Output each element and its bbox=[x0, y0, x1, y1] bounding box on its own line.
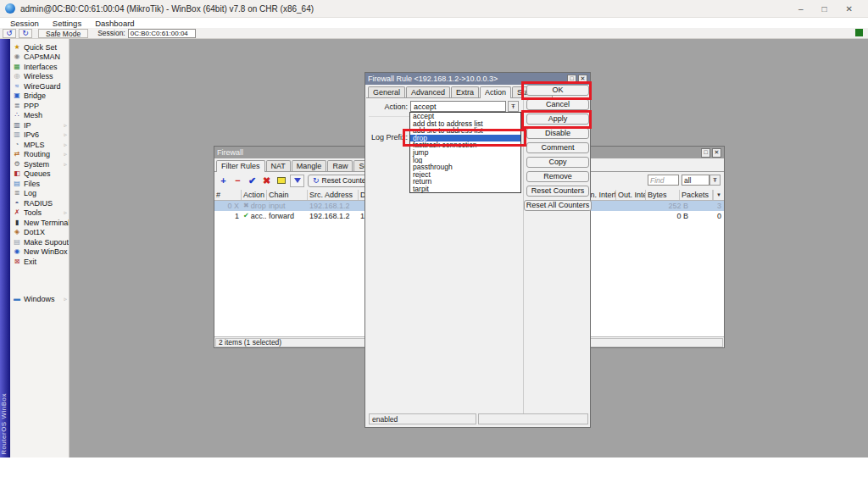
dropdown-option[interactable]: accept bbox=[410, 113, 520, 120]
sidebar-item-windows[interactable]: ▬ Windows ▹ bbox=[10, 295, 69, 305]
column-options-icon[interactable]: ▼ bbox=[713, 190, 724, 200]
sidebar-item[interactable]: ≣ Log bbox=[10, 189, 69, 199]
dropdown-option[interactable]: passthrough bbox=[410, 164, 520, 171]
sidebar-item[interactable]: ∴ Mesh bbox=[10, 111, 69, 121]
dropdown-option[interactable]: return bbox=[410, 178, 520, 186]
sidebar-item[interactable]: ◈ Dot1X bbox=[10, 228, 69, 238]
sidebar-item-icon: ▦ bbox=[13, 63, 21, 71]
dialog-button[interactable]: Comment bbox=[526, 142, 589, 153]
maximize-icon[interactable]: □ bbox=[701, 148, 710, 158]
column-header-packets[interactable]: Packets bbox=[680, 190, 713, 200]
filter-scope-select[interactable]: all bbox=[682, 175, 709, 186]
action-dropdown-icon[interactable]: Ŧ bbox=[508, 101, 519, 112]
dialog-button[interactable]: Apply bbox=[526, 114, 589, 125]
sidebar-item[interactable]: ▦ Interfaces bbox=[10, 62, 69, 72]
dialog-tab[interactable]: Extra bbox=[451, 86, 479, 97]
sidebar-item[interactable]: ◓ RADIUS bbox=[10, 198, 69, 208]
dialog-button[interactable]: OK bbox=[526, 85, 589, 96]
column-header-chain[interactable]: Chain bbox=[267, 190, 308, 200]
filter-scope-dropdown-icon[interactable]: Ŧ bbox=[709, 175, 721, 186]
comment-icon[interactable] bbox=[275, 175, 287, 186]
firewall-tab[interactable]: Filter Rules bbox=[216, 160, 265, 172]
disable-rule-button[interactable]: ✖ bbox=[261, 175, 272, 186]
minimize-button[interactable]: – bbox=[798, 4, 804, 14]
sidebar-item-label: IPv6 bbox=[24, 130, 39, 139]
dropdown-option[interactable]: add dst to address list bbox=[410, 120, 520, 128]
sidebar-item[interactable]: ▤ Make Supout.rif bbox=[10, 237, 69, 247]
screen: admin@0C:B0:C0:61:00:04 (MikroTik) - Win… bbox=[0, 0, 868, 488]
firewall-tab[interactable]: NAT bbox=[266, 160, 291, 171]
session-input[interactable]: 0C:B0:C0:61:00:04 bbox=[128, 29, 196, 38]
sidebar-item-label: Queues bbox=[24, 169, 51, 178]
close-icon[interactable]: ✕ bbox=[712, 148, 721, 158]
dialog-button[interactable]: Disable bbox=[526, 128, 589, 139]
sidebar-item-label: Interfaces bbox=[24, 63, 58, 71]
undo-icon[interactable]: ↺ bbox=[3, 29, 16, 38]
sidebar-item[interactable]: ◎ Wireless bbox=[10, 72, 69, 82]
close-button[interactable]: ✕ bbox=[846, 4, 853, 14]
menubar: SessionSettingsDashboard bbox=[0, 18, 868, 28]
column-header-bytes[interactable]: Bytes bbox=[646, 190, 680, 200]
sidebar-item[interactable]: ◔ MPLS ▹ bbox=[10, 140, 69, 150]
sidebar-item[interactable]: ≈ WireGuard bbox=[10, 81, 69, 92]
sidebar-item[interactable]: ★ Quick Set bbox=[10, 42, 69, 53]
sidebar-item[interactable]: ✗ Tools ▹ bbox=[10, 208, 69, 219]
dialog-button[interactable]: Remove bbox=[526, 171, 589, 182]
firewall-tab[interactable]: Mangle bbox=[292, 160, 327, 171]
sidebar-item[interactable]: ⊠ Exit bbox=[10, 257, 69, 267]
sidebar-item[interactable]: ▤ Files bbox=[10, 179, 69, 189]
sidebar-item[interactable]: ▥ IPv6 ▹ bbox=[10, 130, 69, 141]
firewall-tab[interactable]: Raw bbox=[327, 160, 353, 171]
close-icon[interactable]: ✕ bbox=[578, 75, 587, 84]
brand-stripe: RouterOS WinBox bbox=[0, 39, 10, 458]
restore-button[interactable]: □ bbox=[822, 4, 827, 14]
sidebar-item[interactable]: ▥ IP ▹ bbox=[10, 120, 69, 130]
menu-item[interactable]: Session bbox=[3, 19, 46, 28]
dropdown-option[interactable]: fasttrack connection bbox=[410, 141, 520, 149]
dropdown-option[interactable]: add src to address list bbox=[410, 127, 520, 135]
sidebar-item-label: New WinBox bbox=[24, 247, 68, 256]
sidebar-item[interactable]: ▣ Bridge bbox=[10, 92, 69, 102]
find-input[interactable] bbox=[648, 175, 679, 186]
divider bbox=[523, 99, 524, 413]
dialog-button[interactable]: Reset All Counters bbox=[524, 200, 592, 211]
dropdown-option[interactable]: tarpit bbox=[410, 186, 520, 193]
accept-action-icon: ✔ bbox=[243, 213, 249, 219]
sidebar-item[interactable]: ◉ CAPsMAN bbox=[10, 53, 69, 63]
dropdown-option[interactable]: log bbox=[410, 157, 520, 164]
menu-item[interactable]: Settings bbox=[46, 19, 88, 28]
rule-bytes: 0 B bbox=[657, 211, 691, 221]
add-rule-button[interactable]: + bbox=[218, 175, 229, 186]
redo-icon[interactable]: ↻ bbox=[19, 29, 32, 38]
dialog-titlebar[interactable]: Firewall Rule <192.168.1.2->10.0.0.3> □ … bbox=[365, 73, 590, 85]
dropdown-option[interactable]: jump bbox=[410, 149, 520, 157]
dialog-button[interactable]: Cancel bbox=[526, 99, 589, 110]
sidebar-item[interactable]: ⚙ System ▹ bbox=[10, 159, 69, 169]
remove-rule-button[interactable]: − bbox=[232, 175, 243, 186]
enable-rule-button[interactable]: ✔ bbox=[247, 175, 258, 186]
dropdown-option[interactable]: drop bbox=[410, 135, 520, 142]
dialog-button[interactable]: Copy bbox=[526, 157, 589, 168]
sidebar-item[interactable]: ▮ New Terminal bbox=[10, 218, 69, 228]
menu-item[interactable]: Dashboard bbox=[88, 19, 141, 28]
rule-action: acc.. bbox=[251, 212, 267, 220]
action-select[interactable]: accept bbox=[410, 101, 506, 112]
column-header-action[interactable]: Action bbox=[242, 190, 267, 200]
column-header-number[interactable]: # bbox=[214, 190, 242, 200]
sidebar-item[interactable]: ◧ Queues bbox=[10, 169, 69, 180]
dropdown-option[interactable]: reject bbox=[410, 171, 520, 179]
dialog-tab[interactable]: General bbox=[368, 86, 405, 97]
dialog-tab[interactable]: Action bbox=[480, 86, 511, 98]
maximize-icon[interactable]: □ bbox=[567, 75, 576, 84]
brand-text: RouterOS WinBox bbox=[0, 393, 10, 455]
safe-mode-button[interactable]: Safe Mode bbox=[38, 29, 88, 38]
sidebar-item-icon: ≣ bbox=[13, 102, 21, 110]
sidebar-item[interactable]: ≣ PPP bbox=[10, 101, 69, 111]
filter-icon[interactable] bbox=[290, 175, 304, 187]
dialog-tab[interactable]: Advanced bbox=[406, 86, 450, 97]
sidebar-item[interactable]: ⇄ Routing ▹ bbox=[10, 150, 69, 160]
column-header-out-interface[interactable]: Out. Inte... bbox=[616, 190, 646, 200]
dialog-button[interactable]: Reset Counters bbox=[526, 186, 589, 197]
column-header-src-address[interactable]: Src. Address bbox=[308, 190, 359, 200]
sidebar-item[interactable]: ◉ New WinBox bbox=[10, 247, 69, 258]
